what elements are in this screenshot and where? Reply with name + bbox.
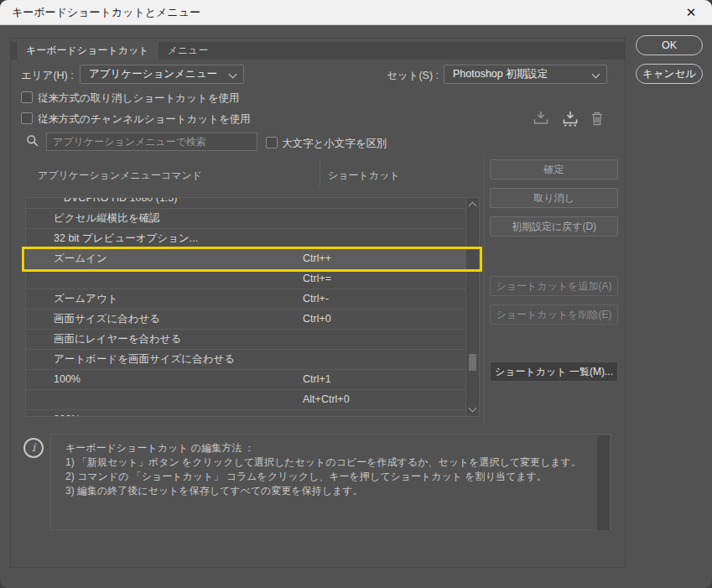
set-select-value: Photoshop 初期設定 [453,68,548,80]
undo-button[interactable]: 取り消し [490,188,618,208]
search-icon [26,134,39,148]
table-row[interactable]: Ctrl+= [26,269,465,289]
command-cell: 200% [54,410,81,416]
case-sensitive-label: 大文字と小文字を区別 [282,137,387,151]
scroll-down-icon[interactable] [469,404,477,413]
legacy-channel-checkbox[interactable] [21,112,33,124]
column-header-shortcut: ショートカット [328,169,400,183]
shortcut-cell[interactable]: Ctrl+= [303,269,331,289]
legacy-channel-label: 従来方式のチャンネルショートカットを使用 [38,112,251,127]
chevron-down-icon [229,70,237,79]
tab-menus[interactable]: メニュー [159,42,218,60]
info-text: キーボードショートカット の編集方法 ： 1) 「新規セット」ボタン をクリック… [65,441,585,498]
delete-shortcut-button[interactable]: ショートカットを削除(E) [490,304,618,325]
chevron-down-icon [592,70,600,79]
info-line: 3) 編集の終了後にセットを保存してすべての変更を保持します。 [65,484,585,498]
list-side-divider [484,158,485,424]
area-select-value: アプリケーションメニュー [89,68,217,80]
table-row[interactable]: ピクセル縦横比を確認 [26,209,465,229]
tab-keyboard-shortcuts[interactable]: キーボードショートカット [17,42,159,60]
table-row[interactable]: 100% Ctrl+1 [26,370,465,390]
new-set-icon[interactable] [561,111,579,127]
info-line: 2) コマンドの 「ショートカット」 コラムをクリックし、キーを押してショートカ… [65,470,585,484]
table-row[interactable]: Alt+Ctrl+0 [26,390,465,410]
ok-button[interactable]: OK [636,35,703,55]
shortcut-cell[interactable]: Ctrl++ [303,249,331,268]
dialog-title: キーボードショートカットとメニュー [12,0,200,25]
add-shortcut-button[interactable]: ショートカットを追加(A) [490,276,618,296]
close-icon[interactable]: ✕ [678,0,704,24]
legacy-undo-label: 従来方式の取り消しショートカットを使用 [38,91,239,106]
info-line: 1) 「新規セット」ボタン をクリックして選択したセットのコピーを作成するか、セ… [65,455,585,470]
summarize-button[interactable]: ショートカット 一覧(M)... [490,362,618,382]
command-cell: 画面にレイヤーを合わせる [54,330,181,349]
accept-button[interactable]: 確定 [490,159,618,180]
shortcut-table: DVCPRO HD 1080 (1.5) ピクセル縦横比を確認 32 bit プ… [25,197,480,417]
command-cell: 画面サイズに合わせる [54,310,160,329]
scroll-up-icon[interactable] [469,202,477,211]
use-default-button[interactable]: 初期設定に戻す(D) [490,216,618,237]
table-row[interactable]: 画面サイズに合わせる Ctrl+0 [26,310,465,330]
delete-set-icon[interactable] [590,111,608,127]
command-cell: 32 bit プレビューオプション... [54,229,198,248]
legacy-undo-checkbox[interactable] [21,91,33,103]
keyboard-shortcuts-dialog: キーボードショートカットとメニュー ✕ キーボードショートカット メニュー エリ… [0,0,712,588]
shortcut-cell[interactable]: Ctrl+1 [303,370,331,389]
table-scrollbar[interactable] [465,198,479,416]
command-cell: 100% [54,370,81,389]
command-cell: ズームアウト [54,289,117,309]
table-row[interactable]: ズームアウト Ctrl+- [26,289,465,310]
shortcut-cell[interactable]: Alt+Ctrl+0 [303,390,350,409]
tab-strip: キーボードショートカット メニュー [11,42,625,60]
set-label: セット(S) : [367,69,439,83]
info-line: キーボードショートカット の編集方法 ： [65,441,585,455]
table-row[interactable]: 画面にレイヤーを合わせる [26,330,465,350]
command-cell: ピクセル縦横比を確認 [54,209,159,228]
area-select[interactable]: アプリケーションメニュー [80,65,244,84]
table-row[interactable]: DVCPRO HD 1080 (1.5) [26,198,465,209]
command-cell: ズームイン [54,249,107,268]
table-row[interactable]: 32 bit プレビューオプション... [26,229,465,249]
scrollbar-thumb[interactable] [469,354,476,371]
table-row[interactable]: ズームイン Ctrl++ [26,249,465,269]
search-input[interactable] [46,133,257,151]
info-icon: i [23,438,44,458]
shortcut-cell[interactable]: Ctrl+- [303,289,329,309]
case-sensitive-checkbox[interactable] [266,137,278,148]
info-scrollbar[interactable] [597,435,610,530]
table-rows: DVCPRO HD 1080 (1.5) ピクセル縦横比を確認 32 bit プ… [26,198,465,416]
cancel-button[interactable]: キャンセル [636,64,703,84]
table-row[interactable]: 200% [26,410,465,416]
column-header-commands: アプリケーションメニューコマンド [38,169,202,183]
set-select[interactable]: Photoshop 初期設定 [444,65,607,84]
area-label: エリア(H) : [21,69,74,83]
command-cell: DVCPRO HD 1080 (1.5) [64,198,177,208]
command-cell: アートボードを画面サイズに合わせる [54,350,235,369]
header-column-divider [320,159,320,187]
table-row[interactable]: アートボードを画面サイズに合わせる [26,350,465,370]
save-set-icon[interactable] [533,111,551,127]
shortcut-cell[interactable]: Ctrl+0 [303,310,331,329]
title-bar: キーボードショートカットとメニュー ✕ [0,0,712,25]
